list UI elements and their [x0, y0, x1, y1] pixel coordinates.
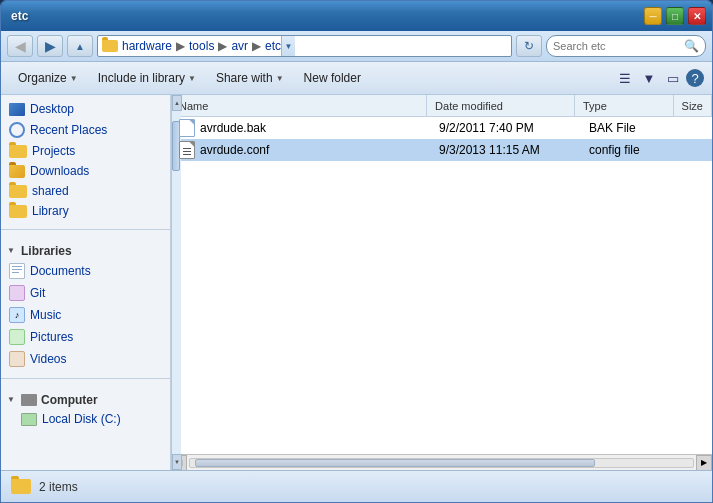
conf-icon-lines — [183, 148, 191, 155]
new-folder-button[interactable]: New folder — [295, 66, 370, 90]
sidebar-item-downloads[interactable]: Downloads — [1, 161, 170, 181]
sidebar-item-downloads-label: Downloads — [30, 164, 89, 178]
sidebar: Desktop Recent Places Projects — [1, 95, 171, 470]
include-in-library-button[interactable]: Include in library ▼ — [89, 66, 205, 90]
sidebar-item-documents[interactable]: Documents — [1, 260, 170, 282]
libraries-label: Libraries — [21, 244, 72, 258]
help-button[interactable]: ? — [686, 69, 704, 87]
pictures-icon — [9, 329, 25, 345]
organize-dropdown-arrow: ▼ — [70, 74, 78, 83]
h-scroll-track[interactable] — [189, 458, 694, 468]
minimize-button[interactable]: ─ — [644, 7, 662, 25]
address-box[interactable]: hardware ▶ tools ▶ avr ▶ etc ▼ — [97, 35, 512, 57]
share-dropdown-arrow: ▼ — [276, 74, 284, 83]
file-name-avrdude-conf: avrdude.conf — [171, 139, 431, 160]
downloads-folder-icon — [9, 165, 25, 178]
file-row-avrdude-bak[interactable]: avrdude.bak 9/2/2011 7:40 PM BAK File — [171, 117, 712, 139]
view-dropdown-button[interactable]: ▼ — [638, 67, 660, 89]
computer-header[interactable]: ▼ Computer — [1, 387, 170, 409]
breadcrumb-tools[interactable]: tools — [189, 39, 214, 53]
sidebar-item-local-disk-label: Local Disk (C:) — [42, 412, 121, 426]
sidebar-item-music[interactable]: ♪ Music — [1, 304, 170, 326]
file-list-header: Name Date modified Type Size — [171, 95, 712, 117]
h-scroll-thumb[interactable] — [195, 459, 595, 467]
search-icon: 🔍 — [684, 39, 699, 53]
favorites-section: Desktop Recent Places Projects — [1, 95, 170, 225]
search-input[interactable] — [553, 40, 680, 52]
recent-places-icon — [9, 122, 25, 138]
file-type-avrdude-conf: config file — [581, 139, 681, 160]
address-folder-icon — [102, 40, 118, 52]
file-date-avrdude-conf: 9/3/2013 11:15 AM — [431, 139, 581, 160]
file-type-avrdude-bak: BAK File — [581, 117, 681, 138]
sidebar-item-shared[interactable]: shared — [1, 181, 170, 201]
view-button[interactable]: ☰ — [614, 67, 636, 89]
shared-folder-icon — [9, 185, 27, 198]
organize-button[interactable]: Organize ▼ — [9, 66, 87, 90]
horizontal-scrollbar: ◀ ▶ — [171, 454, 712, 470]
preview-pane-button[interactable]: ▭ — [662, 67, 684, 89]
sidebar-item-pictures-label: Pictures — [30, 330, 73, 344]
back-button[interactable]: ◀ — [7, 35, 33, 57]
address-bar-area: ◀ ▶ ▲ hardware ▶ tools ▶ avr ▶ etc ▼ ↻ 🔍 — [1, 31, 712, 62]
documents-icon — [9, 263, 25, 279]
music-icon: ♪ — [9, 307, 25, 323]
bak-file-icon — [179, 119, 195, 137]
search-box: 🔍 — [546, 35, 706, 57]
sidebar-item-desktop[interactable]: Desktop — [1, 99, 170, 119]
sidebar-scroll-up[interactable]: ▲ — [172, 95, 182, 111]
sidebar-scroll-track[interactable] — [172, 111, 181, 454]
sidebar-scroll-down[interactable]: ▼ — [172, 454, 182, 470]
sidebar-item-projects-label: Projects — [32, 144, 75, 158]
sidebar-item-library[interactable]: Library — [1, 201, 170, 221]
projects-folder-icon — [9, 145, 27, 158]
up-button[interactable]: ▲ — [67, 35, 93, 57]
status-folder-icon — [11, 479, 31, 494]
breadcrumb-dropdown[interactable]: ▼ — [281, 35, 295, 57]
sidebar-item-recent-places[interactable]: Recent Places — [1, 119, 170, 141]
breadcrumb-etc[interactable]: etc — [265, 39, 281, 53]
window-controls: ─ □ ✕ — [644, 7, 706, 25]
computer-arrow: ▼ — [7, 395, 17, 405]
h-scroll-right[interactable]: ▶ — [696, 455, 712, 471]
sidebar-item-projects[interactable]: Projects — [1, 141, 170, 161]
sidebar-divider-2 — [1, 378, 170, 379]
maximize-button[interactable]: □ — [666, 7, 684, 25]
file-area: Name Date modified Type Size avrdude.bak… — [171, 95, 712, 470]
forward-button[interactable]: ▶ — [37, 35, 63, 57]
sidebar-item-git-label: Git — [30, 286, 45, 300]
explorer-window: etc ─ □ ✕ ◀ ▶ ▲ hardware ▶ tools ▶ avr ▶… — [0, 0, 713, 503]
libraries-section: ▼ Libraries Documents Git — [1, 234, 170, 374]
file-row-avrdude-conf[interactable]: avrdude.conf 9/3/2013 11:15 AM config fi… — [171, 139, 712, 161]
sidebar-item-git[interactable]: Git — [1, 282, 170, 304]
status-item-count: 2 items — [39, 480, 78, 494]
sidebar-item-videos[interactable]: Videos — [1, 348, 170, 370]
computer-label: Computer — [41, 393, 98, 407]
col-header-date[interactable]: Date modified — [427, 95, 575, 116]
sidebar-divider-1 — [1, 229, 170, 230]
title-bar: etc ─ □ ✕ — [1, 1, 712, 31]
sidebar-item-music-label: Music — [30, 308, 61, 322]
file-size-avrdude-conf — [681, 139, 712, 160]
git-icon — [9, 285, 25, 301]
col-header-size[interactable]: Size — [674, 95, 712, 116]
sidebar-item-pictures[interactable]: Pictures — [1, 326, 170, 348]
sidebar-wrapper: Desktop Recent Places Projects — [1, 95, 171, 470]
share-with-button[interactable]: Share with ▼ — [207, 66, 293, 90]
sidebar-item-desktop-label: Desktop — [30, 102, 74, 116]
sidebar-item-local-disk[interactable]: Local Disk (C:) — [1, 409, 170, 429]
col-header-type[interactable]: Type — [575, 95, 674, 116]
close-button[interactable]: ✕ — [688, 7, 706, 25]
refresh-button[interactable]: ↻ — [516, 35, 542, 57]
computer-section: ▼ Computer Local Disk (C:) — [1, 383, 170, 433]
breadcrumb-hardware[interactable]: hardware — [122, 39, 172, 53]
col-header-name[interactable]: Name — [171, 95, 427, 116]
libraries-header[interactable]: ▼ Libraries — [1, 238, 170, 260]
include-dropdown-arrow: ▼ — [188, 74, 196, 83]
sidebar-item-documents-label: Documents — [30, 264, 91, 278]
sidebar-item-shared-label: shared — [32, 184, 69, 198]
breadcrumb-avr[interactable]: avr — [231, 39, 248, 53]
file-list-body: avrdude.bak 9/2/2011 7:40 PM BAK File — [171, 117, 712, 454]
sidebar-item-recent-label: Recent Places — [30, 123, 107, 137]
breadcrumb: hardware ▶ tools ▶ avr ▶ etc — [122, 39, 281, 53]
